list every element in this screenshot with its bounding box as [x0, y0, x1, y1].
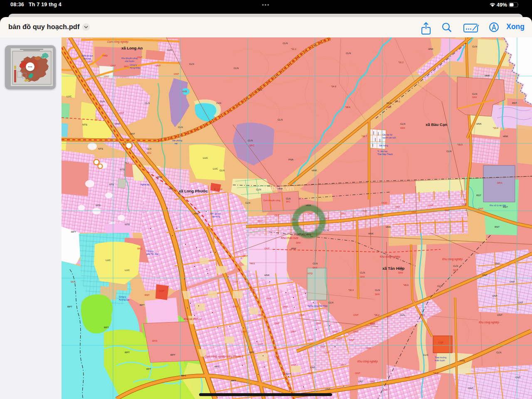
svg-text:SKK: SKK — [313, 266, 318, 269]
svg-text:xã Bàu Cạn: xã Bàu Cạn — [426, 122, 447, 127]
svg-text:NTS: NTS — [120, 168, 125, 171]
svg-text:RST: RST — [512, 102, 517, 104]
svg-text:RPT: RPT — [214, 365, 219, 368]
svg-text:*24.1: *24.1 — [395, 100, 400, 103]
svg-text:CLN: CLN — [146, 148, 151, 150]
svg-text:*36.7: *36.7 — [362, 135, 367, 138]
svg-text:CLN: CLN — [400, 314, 405, 316]
svg-text:ONT: ONT — [478, 207, 483, 210]
svg-text:HNK: HNK — [386, 226, 391, 228]
svg-text:ONT: ONT — [341, 364, 346, 366]
svg-text:HNK: HNK — [485, 74, 490, 77]
svg-text:LUC: LUC — [203, 157, 208, 159]
svg-text:CLN: CLN — [245, 202, 250, 204]
svg-text:xã Long Phước: xã Long Phước — [179, 189, 208, 193]
svg-text:SKK: SKK — [360, 276, 365, 278]
svg-text:CLN: CLN — [189, 63, 194, 65]
svg-text:LUC: LUC — [213, 167, 218, 170]
svg-text:Khu công nghiệp: Khu công nghiệp — [479, 321, 499, 324]
svg-text:ONT: ONT — [233, 305, 238, 308]
svg-text:*44.6: *44.6 — [249, 262, 255, 265]
svg-text:TMD: TMD — [102, 54, 108, 57]
svg-text:RPT: RPT — [71, 231, 76, 233]
svg-text:HNK: HNK — [194, 212, 199, 215]
svg-text:*34.6: *34.6 — [331, 85, 336, 88]
svg-text:ONT: ONT — [510, 281, 515, 283]
svg-text:ONT: ONT — [243, 255, 248, 257]
svg-text:ONT: ONT — [174, 73, 179, 75]
svg-text:ONT: ONT — [341, 212, 346, 215]
svg-text:Thái Hiệp Thành: Thái Hiệp Thành — [377, 153, 393, 155]
svg-text:Khu công nghiệp: Khu công nghiệp — [357, 360, 378, 363]
svg-text:RPT: RPT — [104, 326, 109, 329]
svg-text:ONT: ONT — [258, 343, 263, 345]
svg-text:Thao trường: Thao trường — [435, 356, 446, 359]
svg-text:ONT: ONT — [130, 133, 135, 135]
svg-text:RPT: RPT — [125, 351, 130, 354]
svg-text:HNK: HNK — [306, 204, 311, 207]
svg-text:ONT: ONT — [299, 314, 305, 316]
svg-text:ONT: ONT — [308, 339, 313, 341]
svg-text:DRA: DRA — [420, 314, 425, 316]
svg-text:RST: RST — [145, 294, 150, 296]
svg-text:ONT: ONT — [349, 339, 355, 341]
svg-text:SKK: SKK — [387, 106, 392, 108]
svg-text:huấn luyện: huấn luyện — [435, 359, 445, 362]
svg-text:ONT: ONT — [403, 308, 409, 310]
svg-text:ONT: ONT — [291, 364, 296, 366]
svg-text:ONT: ONT — [320, 345, 325, 348]
svg-text:RPT: RPT — [170, 354, 175, 356]
svg-text:Công ty: Công ty — [146, 250, 154, 252]
svg-text:ONT: ONT — [241, 330, 246, 333]
svg-text:ONT: ONT — [378, 214, 384, 217]
svg-text:ONT: ONT — [155, 64, 161, 67]
svg-text:ONT: ONT — [111, 64, 116, 67]
svg-text:LUC: LUC — [66, 95, 72, 98]
svg-text:ONT: ONT — [324, 351, 330, 354]
svg-text:*45.6: *45.6 — [403, 284, 409, 286]
svg-text:LUC: LUC — [106, 259, 111, 261]
svg-text:SKK: SKK — [472, 96, 477, 99]
svg-text:ONT: ONT — [497, 314, 502, 316]
svg-text:LUC: LUC — [125, 269, 130, 271]
svg-text:CLN: CLN — [323, 229, 328, 232]
svg-text:CLN: CLN — [446, 150, 451, 153]
svg-text:CLN: CLN — [360, 271, 365, 274]
svg-text:Khu công nghiệp: Khu công nghiệp — [380, 255, 400, 259]
svg-text:HNK: HNK — [291, 247, 296, 250]
svg-text:của huyện: của huyện — [125, 60, 134, 62]
svg-text:TCN: TCN — [294, 233, 299, 236]
svg-text:*30.5: *30.5 — [457, 143, 463, 146]
svg-text:Câu lạc bộ: Câu lạc bộ — [382, 133, 392, 136]
svg-text:ONT: ONT — [428, 204, 433, 207]
svg-text:*23.4: *23.4 — [493, 127, 498, 129]
svg-text:FNA: FNA — [288, 158, 293, 161]
svg-text:ONT: ONT — [387, 315, 392, 318]
svg-text:CLN: CLN — [256, 188, 261, 191]
svg-text:CLN: CLN — [437, 285, 442, 287]
svg-text:Cụm công nghiệp: Cụm công nghiệp — [107, 40, 128, 44]
svg-text:HNK: HNK — [157, 176, 163, 178]
svg-text:CLN: CLN — [234, 67, 239, 69]
svg-text:RST: RST — [476, 194, 481, 197]
svg-text:ONT: ONT — [358, 380, 364, 383]
svg-text:ONT: ONT — [468, 387, 473, 389]
svg-text:ONT: ONT — [308, 372, 313, 374]
svg-text:người cao tuổi: người cao tuổi — [382, 136, 396, 139]
svg-text:ONT: ONT — [382, 389, 388, 391]
svg-text:SKC: SKC — [146, 152, 152, 154]
svg-text:Tr. tiểu học: Tr. tiểu học — [377, 150, 388, 153]
svg-text:SKB: SKB — [182, 90, 187, 93]
svg-text:Điểm du lịch: Điểm du lịch — [81, 54, 93, 57]
svg-text:HNK: HNK — [428, 48, 433, 50]
svg-text:ONT: ONT — [87, 60, 93, 63]
svg-text:ONT: ONT — [324, 217, 330, 220]
svg-text:NTS: NTS — [125, 223, 130, 226]
svg-text:49%: 49% — [497, 2, 507, 8]
svg-text:Công ty: Công ty — [130, 64, 137, 66]
svg-text:Hưng Khác: Hưng Khác — [130, 66, 140, 69]
svg-text:Nghĩa trang Tân Hiệp: Nghĩa trang Tân Hiệp — [308, 305, 328, 307]
svg-text:SKK: SKK — [296, 241, 301, 244]
svg-text:Khu khuyến công: Khu khuyến công — [121, 57, 138, 59]
svg-text:CLN: CLN — [286, 197, 291, 200]
